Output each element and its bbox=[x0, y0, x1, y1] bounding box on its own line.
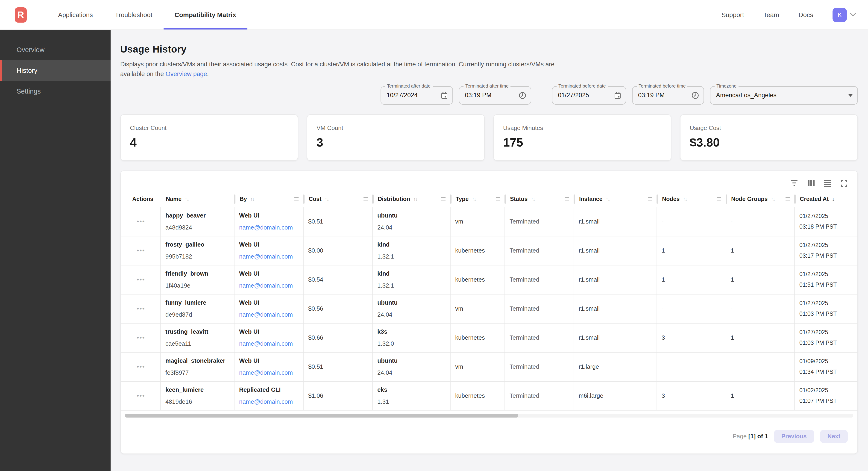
page-description: Displays prior clusters/VMs and their as… bbox=[120, 60, 574, 79]
account-menu[interactable]: K bbox=[833, 8, 856, 22]
created-by-email-link[interactable]: name@domain.com bbox=[239, 370, 300, 376]
chevron-down-icon[interactable] bbox=[850, 13, 856, 17]
scrollbar-thumb[interactable] bbox=[125, 414, 518, 417]
columns-icon[interactable] bbox=[808, 180, 814, 186]
dropdown-arrow-icon[interactable] bbox=[848, 94, 853, 97]
scrollbar-track[interactable] bbox=[125, 414, 853, 417]
created-by-email-link[interactable]: name@domain.com bbox=[239, 224, 300, 231]
row-actions-menu-icon[interactable]: ••• bbox=[137, 334, 145, 341]
created-at-cell: 01/27/202501:03 PM PST bbox=[794, 324, 858, 352]
column-header-node-groups[interactable]: Node Groups↑↓ bbox=[726, 191, 794, 207]
column-header-status[interactable]: Status↑↓ bbox=[504, 191, 574, 207]
sort-icon[interactable]: ↑↓ bbox=[325, 196, 329, 202]
created-time: 03:17 PM PST bbox=[799, 253, 855, 259]
sort-icon[interactable]: ↑↓ bbox=[606, 196, 610, 202]
cost-cell: $0.56 bbox=[303, 294, 372, 323]
brand-logo[interactable]: R bbox=[0, 0, 27, 29]
created-by-email-link[interactable]: name@domain.com bbox=[239, 282, 300, 289]
table-row: •••magical_stonebrakerfe3f8977Web UIname… bbox=[121, 352, 858, 381]
column-header-by[interactable]: By↑↓ bbox=[234, 191, 303, 207]
cost-cell: $0.51 bbox=[303, 207, 372, 236]
column-menu-icon[interactable] bbox=[565, 198, 569, 201]
created-date: 01/27/2025 bbox=[799, 213, 855, 219]
node-groups-cell: 1 bbox=[726, 265, 794, 294]
created-by-email-link[interactable]: name@domain.com bbox=[239, 311, 300, 318]
created-by-email-link[interactable]: name@domain.com bbox=[239, 340, 300, 347]
sort-icon[interactable]: ↑↓ bbox=[771, 196, 775, 202]
sort-icon[interactable]: ↑↓ bbox=[185, 196, 189, 202]
terminated-before-date-field[interactable]: Terminated before date 01/27/2025 bbox=[552, 86, 626, 105]
next-page-button[interactable]: Next bbox=[820, 430, 848, 443]
table-row: •••funny_lumierede9ed87dWeb UIname@domai… bbox=[121, 294, 858, 323]
density-icon[interactable] bbox=[824, 180, 831, 187]
terminated-before-time-value[interactable]: 03:19 PM bbox=[638, 92, 665, 99]
distribution-cell: kind1.32.1 bbox=[372, 236, 450, 265]
overview-page-link[interactable]: Overview page bbox=[166, 70, 207, 78]
terminated-before-date-value[interactable]: 01/27/2025 bbox=[558, 92, 589, 99]
filter-icon[interactable] bbox=[790, 180, 798, 186]
nav-link-team[interactable]: Team bbox=[764, 11, 779, 19]
nav-link-support[interactable]: Support bbox=[721, 11, 744, 19]
nav-tab-troubleshoot[interactable]: Troubleshoot bbox=[104, 0, 163, 29]
column-header-instance[interactable]: Instance↑↓ bbox=[574, 191, 656, 207]
nodes-cell: 3 bbox=[656, 324, 726, 352]
terminated-after-date-field[interactable]: Terminated after date 10/27/2024 bbox=[380, 86, 453, 105]
column-menu-icon[interactable] bbox=[648, 198, 652, 201]
column-header-nodes[interactable]: Nodes↑↓ bbox=[656, 191, 726, 207]
fullscreen-icon[interactable] bbox=[841, 180, 847, 187]
previous-page-button[interactable]: Previous bbox=[774, 430, 814, 443]
row-actions-menu-icon[interactable]: ••• bbox=[137, 276, 145, 283]
sort-icon[interactable]: ↑↓ bbox=[531, 196, 535, 202]
sort-icon[interactable]: ↑↓ bbox=[250, 196, 254, 202]
nodes-cell: 1 bbox=[656, 265, 726, 294]
terminated-before-time-field[interactable]: Terminated before time 03:19 PM bbox=[632, 86, 704, 105]
sidebar-item-settings[interactable]: Settings bbox=[0, 81, 111, 101]
sidebar-item-history[interactable]: History bbox=[0, 60, 111, 81]
by-cell: Web UIname@domain.com bbox=[234, 265, 303, 294]
nav-link-docs[interactable]: Docs bbox=[799, 11, 813, 19]
column-header-created-at[interactable]: Created At↓ bbox=[794, 191, 858, 207]
timezone-select[interactable]: Timezone America/Los_Angeles bbox=[710, 86, 858, 105]
stat-value: $3.80 bbox=[690, 136, 848, 150]
calendar-icon[interactable] bbox=[441, 92, 448, 99]
created-by-email-link[interactable]: name@domain.com bbox=[239, 253, 300, 260]
column-header-name[interactable]: Name↑↓ bbox=[160, 191, 234, 207]
row-actions-menu-icon[interactable]: ••• bbox=[137, 247, 145, 254]
column-menu-icon[interactable] bbox=[496, 198, 500, 201]
cluster-name: trusting_leavitt bbox=[165, 328, 230, 335]
nav-tab-compatibility-matrix[interactable]: Compatibility Matrix bbox=[163, 0, 247, 29]
clock-icon[interactable] bbox=[519, 92, 526, 99]
nav-tab-applications[interactable]: Applications bbox=[47, 0, 104, 29]
row-actions-menu-icon[interactable]: ••• bbox=[137, 363, 145, 370]
column-menu-icon[interactable] bbox=[364, 198, 368, 201]
sort-icon[interactable]: ↑↓ bbox=[472, 196, 476, 202]
sort-icon[interactable]: ↑↓ bbox=[683, 196, 687, 202]
table-toolbar bbox=[121, 171, 858, 191]
column-header-type[interactable]: Type↑↓ bbox=[450, 191, 504, 207]
column-menu-icon[interactable] bbox=[717, 198, 721, 201]
sort-icon[interactable]: ↑↓ bbox=[413, 196, 417, 202]
sort-desc-icon[interactable]: ↓ bbox=[832, 196, 835, 202]
sidebar-item-overview[interactable]: Overview bbox=[0, 39, 111, 60]
column-header-distribution[interactable]: Distribution↑↓ bbox=[372, 191, 450, 207]
calendar-icon[interactable] bbox=[614, 92, 621, 99]
cluster-name: friendly_brown bbox=[165, 270, 230, 277]
column-menu-icon[interactable] bbox=[441, 198, 445, 201]
avatar[interactable]: K bbox=[833, 8, 847, 22]
column-label: Status bbox=[510, 196, 528, 202]
column-menu-icon[interactable] bbox=[294, 198, 299, 201]
row-actions-menu-icon[interactable]: ••• bbox=[137, 305, 145, 312]
terminated-after-time-field[interactable]: Terminated after time 03:19 PM bbox=[459, 86, 531, 105]
distribution-version: 24.04 bbox=[377, 224, 446, 231]
column-header-cost[interactable]: Cost↑↓ bbox=[303, 191, 372, 207]
row-actions-menu-icon[interactable]: ••• bbox=[137, 392, 145, 399]
terminated-after-date-value[interactable]: 10/27/2024 bbox=[386, 92, 417, 99]
pagination: Page [1] of 1 Previous Next bbox=[121, 419, 858, 453]
column-menu-icon[interactable] bbox=[785, 198, 790, 201]
created-at-cell: 01/27/202503:17 PM PST bbox=[794, 236, 858, 265]
clock-icon[interactable] bbox=[691, 92, 699, 99]
terminated-after-time-value[interactable]: 03:19 PM bbox=[465, 92, 492, 99]
timezone-value[interactable]: America/Los_Angeles bbox=[716, 92, 777, 99]
row-actions-menu-icon[interactable]: ••• bbox=[137, 218, 145, 225]
created-by-email-link[interactable]: name@domain.com bbox=[239, 399, 300, 405]
